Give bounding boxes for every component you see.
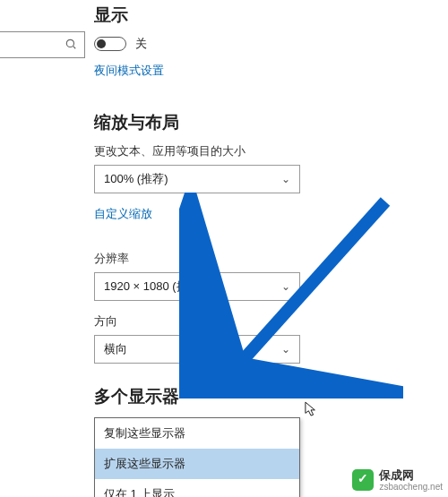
multi-display-title: 多个显示器 <box>94 385 448 408</box>
mouse-cursor-icon <box>305 401 317 417</box>
svg-marker-4 <box>306 402 315 416</box>
display-option-only1[interactable]: 仅在 1 上显示 <box>95 479 299 497</box>
orientation-select[interactable]: 横向 ⌄ <box>94 335 300 364</box>
page-title: 显示 <box>94 4 448 27</box>
watermark-url: zsbaocheng.net <box>379 482 443 492</box>
brightness-toggle[interactable] <box>94 37 126 51</box>
chevron-down-icon: ⌄ <box>281 280 290 293</box>
scale-section-title: 缩放与布局 <box>94 111 448 134</box>
toggle-label: 关 <box>135 36 147 52</box>
resolution-label: 分辨率 <box>94 251 448 267</box>
text-size-label: 更改文本、应用等项目的大小 <box>94 143 448 159</box>
search-input[interactable] <box>0 31 85 58</box>
svg-line-1 <box>73 46 76 48</box>
resolution-select[interactable]: 1920 × 1080 (推荐) ⌄ <box>94 272 300 301</box>
shield-icon <box>352 469 374 491</box>
chevron-down-icon: ⌄ <box>281 173 290 185</box>
multi-display-dropdown[interactable]: 复制这些显示器 扩展这些显示器 仅在 1 上显示 仅在 2 上显示 <box>94 417 300 497</box>
watermark-brand: 保成网 <box>379 469 443 482</box>
search-icon <box>65 38 77 53</box>
svg-point-0 <box>66 39 73 47</box>
watermark: 保成网 zsbaocheng.net <box>352 469 443 492</box>
orientation-value: 横向 <box>104 341 127 357</box>
night-mode-link[interactable]: 夜间模式设置 <box>94 63 164 79</box>
orientation-label: 方向 <box>94 313 448 330</box>
display-option-extend[interactable]: 扩展这些显示器 <box>95 449 299 479</box>
text-size-select[interactable]: 100% (推荐) ⌄ <box>94 165 300 193</box>
text-size-value: 100% (推荐) <box>104 171 168 187</box>
display-option-duplicate[interactable]: 复制这些显示器 <box>95 418 299 449</box>
custom-zoom-link[interactable]: 自定义缩放 <box>94 206 152 222</box>
chevron-down-icon: ⌄ <box>281 343 290 356</box>
resolution-value: 1920 × 1080 (推荐) <box>104 278 203 295</box>
